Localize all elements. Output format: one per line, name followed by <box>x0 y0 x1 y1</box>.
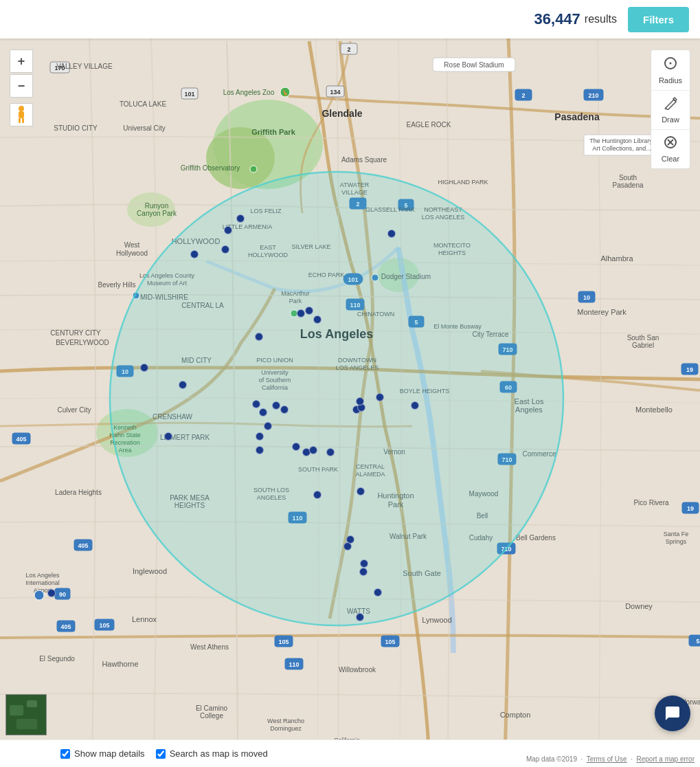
svg-text:19: 19 <box>686 366 693 373</box>
bottom-bar: Show map details Search as map is moved … <box>0 740 700 767</box>
svg-text:Hawthorne: Hawthorne <box>102 660 138 668</box>
map-dot[interactable] <box>179 381 187 389</box>
map-dot[interactable] <box>313 315 321 324</box>
svg-text:Downey: Downey <box>625 602 653 610</box>
earth-thumbnail[interactable]: Earth <box>5 694 47 735</box>
svg-text:Los Angeles: Los Angeles <box>25 572 60 579</box>
map-dot[interactable] <box>313 491 321 499</box>
map-dot[interactable] <box>252 400 260 408</box>
svg-text:5: 5 <box>696 638 699 645</box>
map-dot[interactable] <box>346 535 354 544</box>
svg-text:West: West <box>124 241 140 249</box>
svg-text:Springs: Springs <box>666 538 687 545</box>
map-dot[interactable] <box>255 333 263 341</box>
svg-text:Beverly Hills: Beverly Hills <box>98 281 135 289</box>
svg-text:Inglewood: Inglewood <box>133 567 167 575</box>
map-dot[interactable] <box>190 250 199 258</box>
radius-button[interactable]: Radius <box>651 50 690 91</box>
map-dot[interactable] <box>387 230 396 238</box>
svg-text:Lennox: Lennox <box>132 615 157 623</box>
svg-point-187 <box>250 166 257 173</box>
svg-text:South: South <box>619 174 637 181</box>
svg-rect-203 <box>10 705 23 715</box>
map-data-text: Map data ©2019 · Terms of Use · Report a… <box>526 755 695 763</box>
svg-rect-195 <box>19 118 21 123</box>
map-dot[interactable] <box>272 401 280 410</box>
search-as-moved-item: Search as map is moved <box>156 748 268 759</box>
search-as-moved-label[interactable]: Search as map is moved <box>170 748 268 759</box>
svg-text:Gabriel: Gabriel <box>632 342 654 349</box>
svg-rect-194 <box>19 111 24 118</box>
map-dot[interactable] <box>259 408 267 416</box>
svg-point-198 <box>670 63 672 65</box>
map-dot[interactable] <box>280 405 289 414</box>
right-controls: Radius Draw Clear <box>651 49 690 169</box>
map-dot[interactable] <box>224 226 232 234</box>
map-controls: + − <box>10 49 33 126</box>
map-dot[interactable] <box>297 309 305 318</box>
svg-text:Pasadena: Pasadena <box>554 111 600 122</box>
map-dot[interactable] <box>47 589 56 597</box>
results-count: 36,447 <box>534 10 580 28</box>
svg-text:405: 405 <box>78 542 88 549</box>
map-dot[interactable] <box>374 588 382 597</box>
filters-button[interactable]: Filters <box>628 7 689 32</box>
chat-button[interactable] <box>655 696 690 731</box>
map-dot[interactable] <box>360 559 368 568</box>
map-dot[interactable] <box>305 307 313 315</box>
svg-text:VALLEY VILLAGE: VALLEY VILLAGE <box>56 63 113 70</box>
svg-text:TOLUCA LAKE: TOLUCA LAKE <box>120 100 167 108</box>
map-dot[interactable] <box>357 487 365 496</box>
svg-text:The Huntington Library,: The Huntington Library, <box>589 137 653 144</box>
svg-text:90: 90 <box>59 591 66 598</box>
map-dot[interactable] <box>376 393 384 401</box>
map-dot[interactable] <box>411 401 419 410</box>
svg-text:210: 210 <box>588 92 598 99</box>
map-dot[interactable] <box>256 446 264 454</box>
map-dot[interactable] <box>221 245 229 254</box>
svg-point-193 <box>19 106 24 111</box>
svg-text:Bell Gardens: Bell Gardens <box>516 534 556 542</box>
svg-text:CENTURY CITY: CENTURY CITY <box>50 329 101 337</box>
svg-text:EAGLE ROCK: EAGLE ROCK <box>406 121 451 129</box>
search-as-moved-checkbox[interactable] <box>156 749 166 759</box>
show-map-details-checkbox[interactable] <box>60 749 70 759</box>
map-dot[interactable] <box>359 568 368 576</box>
map-dot[interactable] <box>356 613 364 621</box>
map-dot[interactable] <box>236 214 245 223</box>
svg-text:West Rancho: West Rancho <box>267 718 304 724</box>
map-dot[interactable] <box>326 448 335 456</box>
map-container[interactable]: 170 134 101 2 2 101 210 2 5 10 10 110 71… <box>0 0 700 767</box>
svg-text:19: 19 <box>687 505 694 512</box>
draw-button[interactable]: Draw <box>651 91 690 130</box>
show-map-details-label[interactable]: Show map details <box>74 748 145 759</box>
draw-icon <box>664 96 677 113</box>
svg-text:105: 105 <box>385 638 395 645</box>
svg-text:101: 101 <box>184 91 194 98</box>
map-dot[interactable] <box>356 397 364 405</box>
zoom-in-button[interactable]: + <box>10 49 33 73</box>
clear-button[interactable]: Clear <box>651 130 690 168</box>
svg-text:Culver City: Culver City <box>58 406 91 414</box>
map-dot[interactable] <box>256 432 264 441</box>
zoom-out-button[interactable]: − <box>10 74 33 98</box>
svg-text:El Camino: El Camino <box>196 704 228 712</box>
pegman-button[interactable] <box>10 103 33 126</box>
svg-text:Los Angeles Zoo: Los Angeles Zoo <box>223 89 275 96</box>
svg-point-190 <box>34 590 44 600</box>
svg-text:Canyon Park: Canyon Park <box>137 210 177 217</box>
svg-text:Runyon: Runyon <box>145 202 168 210</box>
svg-text:134: 134 <box>330 89 340 96</box>
svg-text:STUDIO CITY: STUDIO CITY <box>54 124 98 132</box>
clear-icon <box>664 135 677 153</box>
map-dot[interactable] <box>140 364 148 372</box>
map-dot[interactable] <box>164 432 172 441</box>
map-dot[interactable] <box>264 422 272 430</box>
show-map-details-item: Show map details <box>60 748 145 759</box>
svg-text:10: 10 <box>583 294 590 301</box>
svg-text:105: 105 <box>278 638 289 645</box>
draw-label: Draw <box>662 115 679 124</box>
map-dot[interactable] <box>309 446 317 454</box>
map-dot[interactable] <box>292 443 300 451</box>
svg-text:Compton: Compton <box>500 711 531 719</box>
